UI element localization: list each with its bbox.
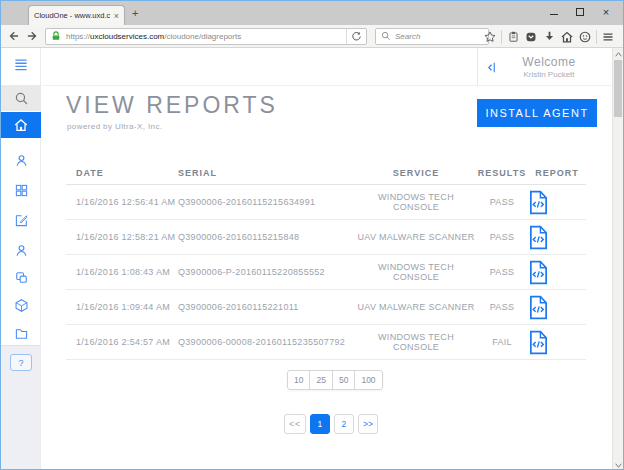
pocket-button[interactable] [522,28,540,46]
browser-tab[interactable]: CloudOne - www.uxd.com × [28,5,125,25]
code-report-icon [528,190,549,215]
sidebar-item-home[interactable] [1,112,41,138]
sidebar-item-products[interactable] [1,292,41,318]
code-report-icon [528,225,549,250]
downloads-icon [543,30,556,43]
cell-result: PASS [476,267,528,277]
sidebar-item-users[interactable] [1,147,41,173]
cell-result: PASS [476,197,528,207]
cell-serial: Q3900006-20160115215634991 [178,197,356,207]
install-agent-button[interactable]: INSTALL AGENT [477,99,597,127]
titlebar: CloudOne - www.uxd.com × + × [1,1,623,25]
user-icon [14,153,29,168]
cell-result: FAIL [476,337,528,347]
pocket-icon [524,30,538,44]
minimize-button[interactable] [541,1,567,23]
new-tab-button[interactable]: + [132,7,138,19]
compose-icon [14,213,29,228]
sidebar-item-apps[interactable] [1,177,41,203]
package-icon [14,298,29,313]
help-button[interactable]: ? [10,354,32,371]
reload-icon [351,31,362,42]
scroll-down-icon[interactable] [613,460,624,470]
back-button[interactable] [5,28,21,44]
grid-icon [14,183,29,198]
col-header-serial: SERIAL [178,168,356,178]
page-content: ? Welcome Kristin Puckett VIEW REPORTS p… [1,48,623,470]
vertical-scrollbar[interactable] [612,48,623,470]
hello-button[interactable] [576,28,594,46]
cell-serial: Q3900006-P-20160115220855552 [178,267,356,277]
home-icon [13,117,29,133]
clipboard-button[interactable] [504,28,522,46]
bookmark-star-button[interactable] [481,28,499,46]
navigation-toolbar: https://uxcloudservices.com/cloudone/dia… [1,25,623,48]
search-icon [14,91,29,106]
sidebar-item-account[interactable] [1,237,41,263]
forward-button[interactable] [25,28,41,44]
view-report-button[interactable] [528,295,549,320]
search-field[interactable]: Search [375,28,489,45]
view-report-button[interactable] [528,260,549,285]
menu-button[interactable] [599,28,617,46]
maximize-icon [576,8,584,16]
cell-serial: Q3900006-20160115215848 [178,232,356,242]
maximize-button[interactable] [567,1,593,23]
page-size-50[interactable]: 50 [332,370,355,390]
cell-service: UAV MALWARE SCANNER [356,232,476,242]
sidebar-item-search[interactable] [1,85,41,111]
search-icon [381,31,391,41]
sidebar-item-files[interactable] [1,320,41,346]
home-button[interactable] [558,28,576,46]
folder-icon [14,326,29,341]
code-report-icon [528,260,549,285]
table-row: 1/16/2016 12:58:21 AM Q3900006-201601152… [66,220,586,255]
view-report-button[interactable] [528,225,549,250]
cell-date: 1/16/2016 12:58:21 AM [66,232,178,242]
sidebar-menu-button[interactable] [1,52,41,78]
pagination-last-button[interactable]: >> [358,414,378,434]
search-placeholder: Search [395,32,420,41]
view-report-button[interactable] [528,330,549,355]
reload-button[interactable] [346,29,366,44]
downloads-button[interactable] [540,28,558,46]
url-host: uxcloudservices.com [90,32,164,41]
reports-table: DATE SERIAL SERVICE RESULTS REPORT 1/16/… [66,161,586,360]
url-scheme: https:// [66,32,90,41]
window-controls: × [541,1,619,23]
url-text: https://uxcloudservices.com/cloudone/dia… [66,32,346,41]
close-window-button[interactable]: × [593,1,619,23]
page-subtitle: powered by Ultra-X, Inc. [67,122,162,131]
cell-service: UAV MALWARE SCANNER [356,302,476,312]
welcome-text: Welcome Kristin Puckett [497,55,601,79]
code-report-icon [528,295,549,320]
cell-service: WINDOWS TECH CONSOLE [356,192,476,212]
col-header-results: RESULTS [476,168,528,178]
tab-close-icon[interactable]: × [114,11,119,21]
layers-icon [14,270,29,285]
url-bar[interactable]: https://uxcloudservices.com/cloudone/dia… [45,28,367,45]
col-header-report: REPORT [528,168,586,178]
pagination-page-2[interactable]: 2 [334,414,354,434]
sidebar-item-copies[interactable] [1,264,41,290]
pagination-page-1[interactable]: 1 [310,414,330,434]
page-size-25[interactable]: 25 [309,370,332,390]
browser-window: CloudOne - www.uxd.com × + × https://uxc… [0,0,624,470]
pagination-first-button[interactable]: << [284,414,306,434]
minimize-icon [550,14,558,15]
clipboard-icon [507,30,520,43]
tab-title: CloudOne - www.uxd.com [34,11,110,20]
collapse-panel-icon[interactable] [486,61,497,74]
col-header-date: DATE [66,168,178,178]
col-header-service: SERVICE [356,168,476,178]
scroll-up-icon[interactable] [613,49,624,59]
sidebar-item-edit[interactable] [1,207,41,233]
toolbar-separator [596,30,597,44]
page-size-10[interactable]: 10 [287,370,310,390]
forward-icon [26,29,40,43]
hello-smiley-icon [578,30,592,44]
cell-service: WINDOWS TECH CONSOLE [356,332,476,352]
view-report-button[interactable] [528,190,549,215]
scrollbar-thumb[interactable] [614,60,622,117]
page-size-100[interactable]: 100 [354,370,382,390]
